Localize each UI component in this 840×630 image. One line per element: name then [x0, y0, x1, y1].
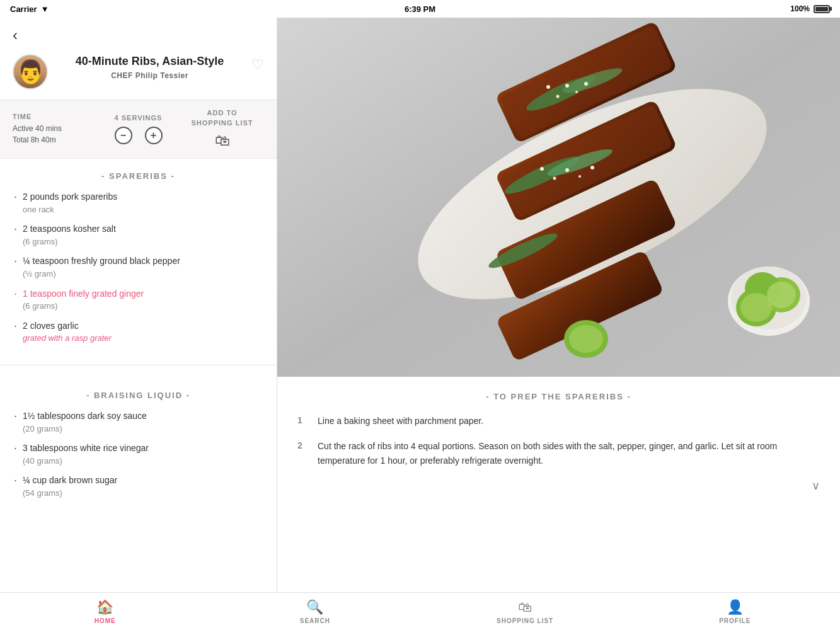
carrier-label: Carrier [10, 4, 37, 14]
ingredient-text: ¼ cup dark brown sugar(54 grams) [23, 475, 117, 498]
servings-controls: − + [115, 127, 163, 144]
ingredient-text: 2 cloves garlicgrated with a rasp grater [23, 321, 112, 343]
svg-point-18 [584, 82, 588, 86]
food-image [277, 18, 840, 377]
shopping-bag-icon: 🛍 [215, 132, 230, 149]
scroll-down-icon[interactable]: ∨ [297, 479, 820, 493]
svg-point-15 [556, 95, 560, 98]
ingredient-item: ¼ cup dark brown sugar(54 grams) [13, 474, 264, 499]
add-to-shopping-list-button[interactable]: ADD TO SHOPPING LIST 🛍 [180, 109, 264, 149]
shopping-list-label: SHOPPING LIST [192, 119, 253, 127]
ingredient-item: 3 tablespoons white rice vinegar(40 gram… [13, 442, 264, 467]
right-panel: - TO PREP THE SPARERIBS - 1 Line a bakin… [277, 18, 840, 592]
ingredient-item: 2 teaspoons kosher salt(6 grams) [13, 223, 264, 248]
left-panel: ‹ 40-Minute Ribs, Asian-Style CHEF Phili… [0, 18, 277, 592]
svg-point-17 [575, 91, 578, 93]
search-icon: 🔍 [306, 599, 323, 616]
nav-label-shopping-list: SHOPPING LIST [497, 617, 553, 624]
time-label: TIME [13, 113, 96, 120]
ingredient-text: 2 teaspoons kosher salt(6 grams) [23, 224, 116, 246]
svg-point-16 [565, 84, 569, 88]
svg-point-32 [569, 325, 603, 353]
ingredient-item-ginger: 1 teaspoon finely grated ginger(6 grams) [13, 288, 264, 312]
ingredient-item: 2 pounds pork spareribsone rack [13, 191, 264, 215]
battery-icon [814, 5, 830, 13]
wifi-icon: ▼ [41, 4, 49, 14]
svg-point-19 [540, 167, 544, 171]
svg-point-23 [590, 166, 594, 169]
instruction-step-2: 2 Cut the rack of ribs into 4 equal port… [297, 439, 820, 467]
svg-point-30 [767, 282, 796, 308]
active-time: Active 40 mins [13, 123, 96, 134]
ingredient-text: 1½ tablespoons dark soy sauce(20 grams) [23, 411, 147, 433]
step-number: 1 [297, 415, 308, 428]
increase-servings-button[interactable]: + [145, 127, 163, 144]
svg-point-20 [553, 177, 556, 180]
nav-item-search[interactable]: 🔍 SEARCH [210, 594, 420, 629]
time-section: TIME Active 40 mins Total 8h 40m [13, 113, 96, 146]
nav-label-search: SEARCH [300, 617, 330, 624]
add-to-label: ADD TO [207, 109, 238, 117]
recipe-title-block: 40-Minute Ribs, Asian-Style CHEF Philip … [57, 54, 243, 80]
time-display: 6:39 PM [405, 4, 435, 14]
ingredient-item-garlic: 2 cloves garlicgrated with a rasp grater [13, 320, 264, 345]
avatar [13, 54, 48, 89]
step-number: 2 [297, 440, 308, 467]
instruction-step-1: 1 Line a baking sheet with parchment pap… [297, 414, 820, 428]
spareribs-section: - SPARERIBS - 2 pounds pork spareribsone… [0, 159, 277, 358]
shopping-list-icon: 🛍 [518, 599, 532, 616]
recipe-header: 40-Minute Ribs, Asian-Style CHEF Philip … [0, 49, 277, 100]
decrease-servings-button[interactable]: − [115, 127, 132, 144]
chef-name: CHEF Philip Tessier [57, 71, 243, 80]
nav-label-home: HOME [95, 617, 116, 624]
ingredient-item: 1½ tablespoons dark soy sauce(20 grams) [13, 410, 264, 435]
nav-item-shopping-list[interactable]: 🛍 SHOPPING LIST [420, 594, 630, 629]
svg-point-21 [565, 168, 569, 172]
ingredient-text: 3 tablespoons white rice vinegar(40 gram… [23, 443, 149, 466]
back-button[interactable]: ‹ [0, 18, 277, 49]
main-container: ‹ 40-Minute Ribs, Asian-Style CHEF Phili… [0, 18, 840, 592]
bottom-nav: 🏠 HOME 🔍 SEARCH 🛍 SHOPPING LIST 👤 PROFIL… [0, 592, 840, 630]
spareribs-section-title: - SPARERIBS - [13, 171, 264, 181]
nav-item-home[interactable]: 🏠 HOME [0, 594, 210, 629]
profile-icon: 👤 [727, 599, 744, 616]
step-text: Cut the rack of ribs into 4 equal portio… [318, 439, 820, 467]
status-bar: Carrier ▼ 6:39 PM 100% [0, 0, 840, 18]
home-icon: 🏠 [96, 599, 113, 616]
ingredient-item: ¼ teaspoon freshly ground black pepper(½… [13, 255, 264, 280]
recipe-meta-bar: TIME Active 40 mins Total 8h 40m 4 SERVI… [0, 100, 277, 159]
braising-liquid-section: - BRAISING LIQUID - 1½ tablespoons dark … [0, 378, 277, 513]
battery-percent: 100% [790, 4, 810, 13]
svg-point-22 [578, 175, 581, 178]
ingredient-text: 2 pounds pork spareribsone rack [23, 192, 117, 214]
svg-point-14 [546, 85, 550, 89]
ingredient-text: ¼ teaspoon freshly ground black pepper(½… [23, 256, 180, 278]
step-text: Line a baking sheet with parchment paper… [318, 414, 483, 428]
braising-liquid-title: - BRAISING LIQUID - [13, 391, 264, 400]
recipe-title: 40-Minute Ribs, Asian-Style [57, 54, 243, 69]
nav-label-profile: PROFILE [719, 617, 751, 624]
servings-section: 4 SERVINGS − + [96, 114, 180, 144]
servings-label: 4 SERVINGS [115, 114, 163, 122]
total-time: Total 8h 40m [13, 134, 96, 146]
nav-item-profile[interactable]: 👤 PROFILE [630, 594, 840, 629]
instructions-title: - TO PREP THE SPARERIBS - [297, 392, 820, 401]
instructions-panel: - TO PREP THE SPARERIBS - 1 Line a bakin… [277, 377, 840, 592]
favorite-button[interactable]: ♡ [251, 57, 264, 73]
ingredient-text: 1 teaspoon finely grated ginger(6 grams) [23, 289, 144, 311]
